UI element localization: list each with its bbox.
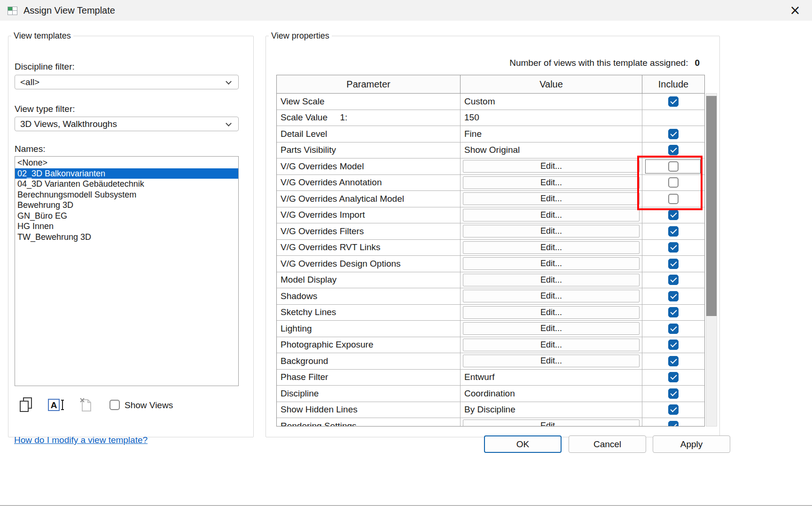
edit-button[interactable]: Edit... — [463, 290, 640, 302]
include-checkbox[interactable] — [668, 96, 679, 107]
properties-table-header: Parameter Value Include — [277, 75, 704, 94]
duplicate-pages-icon — [17, 396, 34, 414]
include-checkbox[interactable] — [668, 145, 679, 155]
list-item[interactable]: <None> — [15, 158, 238, 168]
parameter-cell: Scale Value 1: — [277, 110, 461, 126]
list-item[interactable]: TW_Bewehrung 3D — [15, 232, 238, 243]
parameter-cell: Model Display — [277, 272, 461, 288]
include-checkbox[interactable] — [668, 275, 679, 285]
parameter-cell: V/G Overrides Design Options — [277, 256, 461, 272]
view-type-filter-combobox[interactable]: 3D Views, Walkthroughs — [15, 117, 239, 131]
duplicate-template-button[interactable] — [16, 395, 36, 415]
apply-button[interactable]: Apply — [653, 435, 730, 453]
include-cell — [642, 158, 704, 174]
include-checkbox[interactable] — [668, 129, 679, 139]
names-label: Names: — [15, 144, 45, 154]
value-cell: Edit... — [461, 353, 642, 369]
delete-document-icon — [78, 396, 94, 414]
list-item[interactable]: Bewehrung 3D — [15, 200, 238, 211]
list-item[interactable]: 04_3D Varianten Gebäudetechnik — [15, 179, 238, 190]
list-item[interactable]: GN_Büro EG — [15, 211, 238, 221]
value-cell[interactable]: Fine — [461, 126, 642, 142]
list-item[interactable]: Berechnungsmodell Subsystem — [15, 190, 238, 200]
include-checkbox[interactable] — [668, 340, 679, 350]
edit-button[interactable]: Edit... — [463, 322, 640, 335]
close-icon[interactable]: × — [783, 0, 807, 21]
template-tools: A Show Views — [8, 395, 253, 417]
include-checkbox[interactable] — [668, 324, 679, 334]
column-header-include: Include — [642, 75, 704, 93]
include-cell — [642, 256, 704, 272]
edit-button[interactable]: Edit... — [463, 274, 640, 286]
parameter-cell: Detail Level — [277, 126, 461, 142]
value-cell: Edit... — [461, 337, 642, 353]
include-cell — [642, 142, 704, 158]
table-row: View ScaleCustom — [277, 94, 704, 110]
include-checkbox[interactable] — [668, 404, 679, 415]
cancel-button[interactable]: Cancel — [569, 435, 646, 453]
edit-button[interactable]: Edit... — [463, 192, 640, 205]
edit-button[interactable]: Edit... — [463, 209, 640, 221]
value-cell[interactable]: Show Original — [461, 142, 642, 158]
include-checkbox[interactable] — [668, 259, 679, 269]
value-cell[interactable]: Coordination — [461, 386, 642, 402]
show-views-label[interactable]: Show Views — [125, 400, 173, 411]
include-cell — [642, 402, 704, 418]
parameter-cell: Rendering Settings — [277, 418, 461, 427]
edit-button[interactable]: Edit... — [463, 241, 640, 254]
value-cell[interactable]: Custom — [461, 94, 642, 110]
edit-button[interactable]: Edit... — [463, 225, 640, 237]
scrollbar-thumb[interactable] — [706, 96, 717, 316]
include-checkbox[interactable] — [668, 421, 679, 427]
include-checkbox[interactable] — [668, 177, 679, 188]
include-checkbox[interactable] — [668, 161, 679, 172]
delete-template-button[interactable] — [76, 395, 96, 415]
value-cell[interactable]: By Discipline — [461, 402, 642, 418]
view-type-filter-label: View type filter: — [15, 104, 75, 114]
list-item[interactable]: 02_3D Balkonvarianten — [15, 168, 238, 179]
include-cell — [642, 126, 704, 142]
chevron-down-icon — [226, 120, 232, 126]
value-cell[interactable]: 150 — [461, 110, 642, 126]
include-checkbox[interactable] — [668, 372, 679, 382]
include-cell — [642, 191, 704, 207]
table-row: V/G Overrides AnnotationEdit... — [277, 175, 704, 191]
include-checkbox[interactable] — [668, 194, 679, 204]
edit-button[interactable]: Edit... — [463, 306, 640, 319]
chevron-down-icon — [226, 79, 232, 85]
include-checkbox[interactable] — [668, 356, 679, 366]
include-cell — [642, 386, 704, 402]
include-checkbox[interactable] — [668, 291, 679, 301]
ok-button[interactable]: OK — [484, 435, 562, 453]
edit-button[interactable]: Edit... — [463, 355, 640, 367]
discipline-filter-label: Discipline filter: — [15, 62, 75, 72]
list-item[interactable]: HG Innen — [15, 221, 238, 232]
rename-template-button[interactable]: A — [46, 395, 66, 415]
table-row: BackgroundEdit... — [277, 353, 704, 370]
edit-button[interactable]: Edit... — [463, 160, 640, 173]
include-checkbox[interactable] — [668, 307, 679, 317]
include-checkbox[interactable] — [668, 388, 679, 399]
include-checkbox[interactable] — [668, 242, 679, 253]
include-checkbox[interactable] — [668, 210, 679, 220]
include-cell — [642, 175, 704, 191]
include-cell — [642, 288, 704, 304]
include-checkbox[interactable] — [668, 226, 679, 237]
discipline-filter-combobox[interactable]: <all> — [15, 75, 239, 89]
edit-button[interactable]: Edit... — [463, 176, 640, 189]
value-cell: Edit... — [461, 223, 642, 239]
view-properties-group: View properties Number of views with thi… — [265, 31, 720, 437]
table-row: V/G Overrides Design OptionsEdit... — [277, 256, 704, 272]
value-cell[interactable]: Entwurf — [461, 370, 642, 386]
value-cell: Edit... — [461, 191, 642, 207]
show-views-checkbox[interactable] — [109, 400, 120, 410]
help-link[interactable]: How do I modify a view template? — [14, 435, 148, 445]
edit-button[interactable]: Edit... — [463, 339, 640, 351]
edit-button[interactable]: Edit... — [463, 419, 640, 427]
edit-button[interactable]: Edit... — [463, 257, 640, 270]
include-cell — [642, 272, 704, 288]
svg-text:A: A — [51, 400, 57, 410]
parameter-cell: Shadows — [277, 288, 461, 304]
parameter-cell: Photographic Exposure — [277, 337, 461, 353]
table-scrollbar[interactable] — [706, 93, 717, 427]
